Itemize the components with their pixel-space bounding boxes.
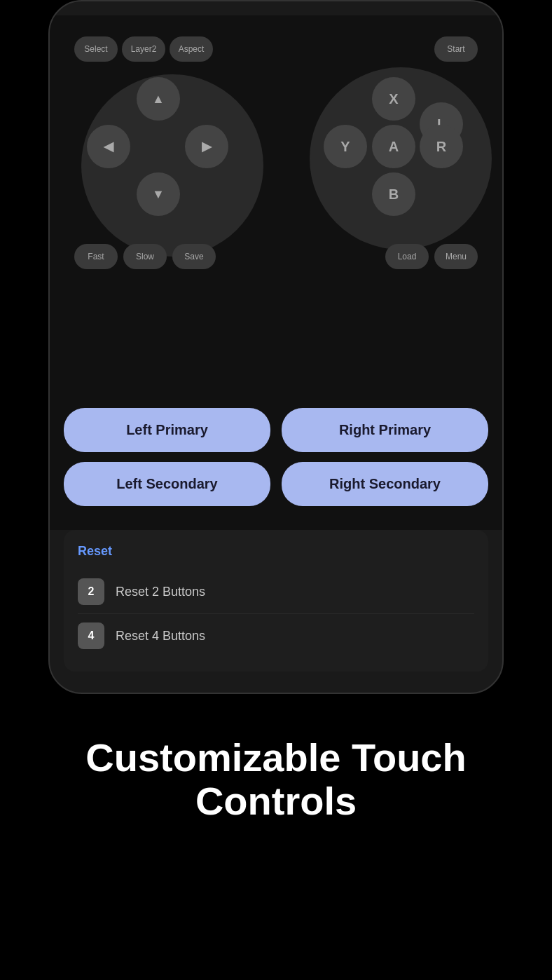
controller-wrapper: Select Layer2 Aspect ▲ ▼ ◀ ▶ bbox=[64, 29, 488, 373]
primary-mapping-row: Left Primary Right Primary bbox=[64, 408, 488, 452]
bottom-right-buttons: Load Menu bbox=[310, 244, 478, 269]
dpad-wrapper: ▲ ▼ ◀ ▶ bbox=[74, 67, 242, 236]
reset-section: Reset 2 Reset 2 Buttons 4 Reset 4 Button… bbox=[64, 530, 488, 672]
start-button[interactable]: Start bbox=[434, 36, 478, 62]
y-button[interactable]: Y bbox=[324, 125, 367, 168]
menu-button[interactable]: Menu bbox=[434, 244, 478, 269]
phone-frame: Select Layer2 Aspect ▲ ▼ ◀ ▶ bbox=[48, 0, 504, 694]
controller-area: Select Layer2 Aspect ▲ ▼ ◀ ▶ bbox=[50, 15, 502, 401]
load-button[interactable]: Load bbox=[385, 244, 429, 269]
select-button[interactable]: Select bbox=[74, 36, 118, 62]
left-secondary-button[interactable]: Left Secondary bbox=[64, 462, 270, 506]
reset-2-label: Reset 2 Buttons bbox=[116, 585, 205, 599]
dpad-down-button[interactable]: ▼ bbox=[137, 172, 180, 216]
dpad-left-button[interactable]: ◀ bbox=[87, 125, 130, 168]
bottom-left-buttons: Fast Slow Save bbox=[74, 244, 242, 269]
top-buttons-left: Select Layer2 Aspect bbox=[74, 36, 242, 62]
secondary-mapping-row: Left Secondary Right Secondary bbox=[64, 462, 488, 506]
reset-2-item[interactable]: 2 Reset 2 Buttons bbox=[78, 570, 474, 614]
face-section: X L Y A R B bbox=[310, 67, 478, 236]
reset-title: Reset bbox=[78, 544, 474, 559]
reset-4-icon: 4 bbox=[78, 622, 104, 649]
reset-2-icon: 2 bbox=[78, 578, 104, 605]
dpad-up-button[interactable]: ▲ bbox=[137, 77, 180, 121]
right-controls: Start X L Y A R B bbox=[310, 36, 478, 269]
fast-button[interactable]: Fast bbox=[74, 244, 118, 269]
footer-title: Customizable Touch Controls bbox=[0, 694, 552, 850]
top-buttons-right: Start bbox=[310, 36, 478, 62]
layer2-button[interactable]: Layer2 bbox=[122, 36, 165, 62]
mapping-section: Left Primary Right Primary Left Secondar… bbox=[50, 401, 502, 530]
slow-button[interactable]: Slow bbox=[123, 244, 167, 269]
reset-4-label: Reset 4 Buttons bbox=[116, 629, 205, 644]
left-controls: Select Layer2 Aspect ▲ ▼ ◀ ▶ bbox=[74, 36, 242, 269]
x-button[interactable]: X bbox=[372, 77, 415, 121]
save-button[interactable]: Save bbox=[172, 244, 216, 269]
aspect-button[interactable]: Aspect bbox=[170, 36, 213, 62]
right-primary-button[interactable]: Right Primary bbox=[282, 408, 488, 452]
left-primary-button[interactable]: Left Primary bbox=[64, 408, 270, 452]
b-button[interactable]: B bbox=[372, 172, 415, 216]
dpad-right-button[interactable]: ▶ bbox=[185, 125, 228, 168]
right-secondary-button[interactable]: Right Secondary bbox=[282, 462, 488, 506]
a-button[interactable]: A bbox=[372, 125, 415, 168]
r-button[interactable]: R bbox=[420, 125, 463, 168]
reset-4-item[interactable]: 4 Reset 4 Buttons bbox=[78, 614, 474, 658]
